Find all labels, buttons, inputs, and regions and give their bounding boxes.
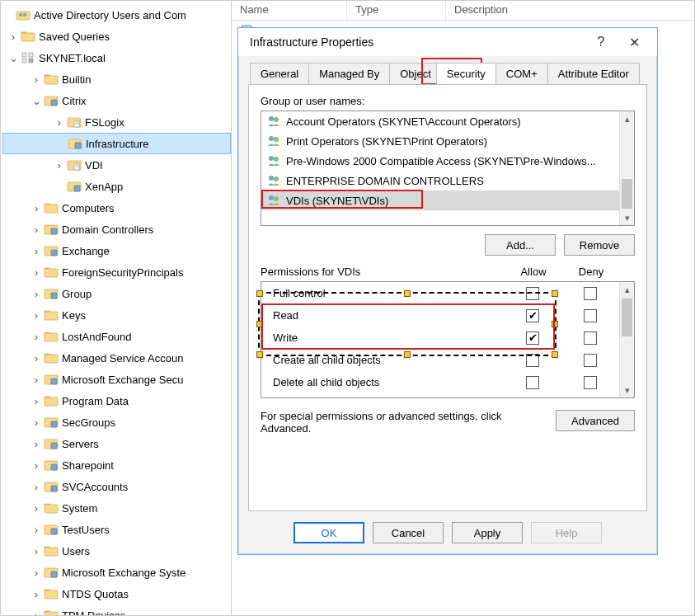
tree-item-svcaccounts[interactable]: › SVCAccounts — [2, 476, 231, 497]
expand-icon[interactable]: › — [31, 481, 42, 493]
tree-item-ntds[interactable]: › NTDS Quotas — [2, 583, 231, 604]
permission-row: Create all child objects — [261, 349, 619, 371]
deny-checkbox-read[interactable] — [584, 309, 597, 322]
deny-checkbox-write[interactable] — [584, 332, 597, 345]
tree-item-keys[interactable]: › Keys — [2, 304, 231, 326]
permissions-listbox[interactable]: Full control Read ✔ Write ✔ — [261, 281, 635, 398]
tab-managed-by[interactable]: Managed By — [308, 63, 390, 84]
tree-item-xenapp[interactable]: › XenApp — [2, 176, 231, 197]
expand-icon[interactable]: › — [31, 588, 42, 600]
deny-checkbox-delete-children[interactable] — [584, 376, 597, 389]
expand-icon[interactable]: › — [31, 374, 42, 386]
expand-icon[interactable]: › — [31, 524, 42, 536]
tree-item-system[interactable]: › System — [2, 497, 231, 519]
tab-attribute-editor[interactable]: Attribute Editor — [547, 63, 640, 84]
tree-item-aduc[interactable]: › Active Directory Users and Com — [2, 4, 231, 26]
expand-icon[interactable]: › — [31, 545, 42, 557]
tab-object[interactable]: Object — [389, 63, 437, 84]
tree-item-group[interactable]: › Group — [2, 283, 231, 304]
expand-icon[interactable]: › — [31, 459, 42, 472]
collapse-icon[interactable]: ⌄ — [7, 52, 19, 64]
remove-button[interactable]: Remove — [564, 234, 635, 256]
expand-icon[interactable]: › — [31, 223, 42, 236]
tree-item-domain-controllers[interactable]: › Domain Controllers — [2, 219, 231, 240]
tree-item-msa[interactable]: › Managed Service Accoun — [2, 347, 231, 369]
tree-item-exchange[interactable]: › Exchange — [2, 240, 231, 261]
tree-item-servers[interactable]: › Servers — [2, 433, 231, 454]
expand-icon[interactable]: › — [31, 202, 42, 214]
scroll-up-icon[interactable]: ▴ — [620, 111, 634, 126]
tree-item-users[interactable]: › Users — [2, 540, 231, 562]
tree-item-domain[interactable]: ⌄ SKYNET.local — [2, 47, 231, 68]
expand-icon[interactable]: › — [31, 502, 42, 515]
expand-icon[interactable]: › — [31, 288, 42, 300]
scrollbar[interactable]: ▴ ▾ — [619, 111, 634, 225]
group-item[interactable]: Pre-Windows 2000 Compatible Access (SKYN… — [261, 151, 619, 171]
tree-label: NTDS Quotas — [62, 588, 129, 600]
add-button[interactable]: Add... — [485, 234, 556, 256]
allow-checkbox-full-control[interactable] — [526, 287, 539, 300]
deny-checkbox-full-control[interactable] — [584, 287, 597, 300]
tree-item-builtin[interactable]: › Builtin — [2, 68, 231, 90]
allow-checkbox-write[interactable]: ✔ — [526, 332, 539, 345]
expand-icon[interactable]: › — [31, 331, 42, 343]
expand-icon[interactable]: › — [31, 567, 42, 579]
tree-item-infrastructure[interactable]: › Infrastructure — [2, 133, 231, 154]
advanced-button[interactable]: Advanced — [556, 410, 635, 431]
group-listbox[interactable]: Account Operators (SKYNET\Account Operat… — [261, 111, 635, 226]
expand-icon[interactable]: › — [31, 416, 42, 429]
tree-item-fsp[interactable]: › ForeignSecurityPrincipals — [2, 261, 231, 283]
tree-item-tpm[interactable]: › TPM Devices — [2, 604, 231, 615]
allow-checkbox-read[interactable]: ✔ — [526, 309, 539, 322]
expand-icon[interactable]: › — [31, 395, 42, 407]
cancel-button[interactable]: Cancel — [373, 522, 444, 543]
tree-item-testusers[interactable]: › TestUsers — [2, 519, 231, 540]
tree-item-fslogix[interactable]: › FSLogix — [2, 111, 231, 133]
column-name[interactable]: Name — [232, 1, 347, 20]
collapse-icon[interactable]: ⌄ — [31, 95, 42, 107]
tree-item-secgroups[interactable]: › SecGroups — [2, 411, 231, 433]
expand-icon[interactable]: › — [31, 266, 42, 279]
scrollbar[interactable]: ▴ ▾ — [619, 282, 634, 397]
expand-icon[interactable]: › — [31, 245, 42, 257]
group-item[interactable]: ENTERPRISE DOMAIN CONTROLLERS — [261, 171, 619, 190]
column-description[interactable]: Description — [446, 1, 694, 20]
tree-item-sharepoint[interactable]: › Sharepoint — [2, 454, 231, 476]
allow-checkbox-create-children[interactable] — [526, 354, 539, 367]
expand-icon[interactable]: › — [54, 116, 65, 129]
tab-general[interactable]: General — [250, 63, 309, 84]
expand-icon[interactable]: › — [7, 31, 19, 43]
group-item[interactable]: Print Operators (SKYNET\Print Operators) — [261, 131, 619, 151]
tree-item-mes[interactable]: › Microsoft Exchange Secu — [2, 369, 231, 390]
expand-icon[interactable]: › — [31, 73, 42, 86]
tree-item-mesys[interactable]: › Microsoft Exchange Syste — [2, 562, 231, 583]
scroll-thumb[interactable] — [622, 179, 632, 209]
tree-item-lostandfound[interactable]: › LostAndFound — [2, 326, 231, 347]
scroll-down-icon[interactable]: ▾ — [620, 383, 634, 397]
ok-button[interactable]: OK — [293, 522, 364, 543]
tree-item-computers[interactable]: › Computers — [2, 197, 231, 219]
scroll-thumb[interactable] — [622, 299, 632, 336]
close-button[interactable]: ✕ — [618, 31, 650, 54]
deny-checkbox-create-children[interactable] — [584, 354, 597, 367]
apply-button[interactable]: Apply — [452, 522, 523, 543]
group-item[interactable]: Account Operators (SKYNET\Account Operat… — [261, 111, 619, 131]
scroll-up-icon[interactable]: ▴ — [620, 282, 634, 297]
tree-item-saved-queries[interactable]: › Saved Queries — [2, 26, 231, 47]
tree-item-citrix[interactable]: ⌄ Citrix — [2, 90, 231, 111]
allow-checkbox-delete-children[interactable] — [526, 376, 539, 389]
expand-icon[interactable]: › — [31, 352, 42, 364]
tab-com[interactable]: COM+ — [495, 63, 548, 84]
expand-icon[interactable]: › — [31, 438, 42, 450]
help-button[interactable]: ? — [585, 31, 618, 54]
help-button-bottom[interactable]: Help — [531, 522, 602, 543]
expand-icon[interactable]: › — [54, 159, 65, 172]
scroll-down-icon[interactable]: ▾ — [620, 210, 634, 225]
tree-item-programdata[interactable]: › Program Data — [2, 390, 231, 411]
group-item-selected[interactable]: VDIs (SKYNET\VDIs) — [261, 190, 619, 210]
expand-icon[interactable]: › — [31, 309, 42, 322]
tree-item-vdi[interactable]: › VDI — [2, 154, 231, 176]
tab-security[interactable]: Security — [436, 63, 496, 84]
expand-icon[interactable]: › — [31, 609, 42, 616]
column-type[interactable]: Type — [347, 1, 446, 20]
